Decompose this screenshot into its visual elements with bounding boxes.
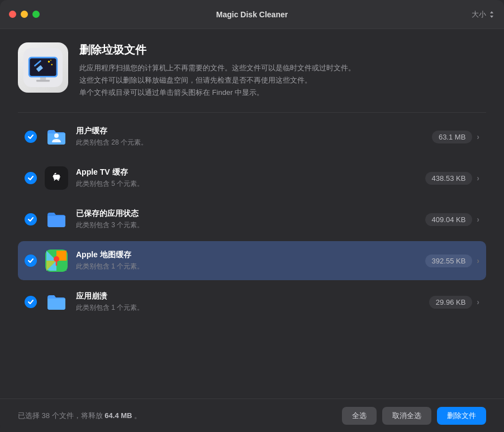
item-icon-folder (45, 125, 68, 148)
item-text: 已保存的应用状态 此类别包含 3 个元素。 (76, 209, 425, 230)
app-icon-svg (23, 48, 63, 87)
item-text: 用户缓存 此类别包含 28 个元素。 (76, 126, 432, 147)
sort-arrows-icon (488, 10, 495, 19)
item-text: Apple TV 缓存 此类别包含 5 个元素。 (76, 167, 425, 189)
check-circle[interactable] (25, 255, 37, 267)
item-name: Apple TV 缓存 (76, 167, 425, 177)
folder-icon (45, 291, 68, 313)
traffic-lights (9, 11, 40, 18)
check-circle[interactable] (25, 296, 37, 308)
size-badge: 29.96 KB (429, 296, 473, 309)
item-icon-appletv: TV (45, 166, 68, 190)
svg-point-9 (50, 60, 51, 61)
chevron-right-icon[interactable]: › (477, 297, 479, 306)
select-all-button[interactable]: 全选 (342, 407, 377, 425)
check-icon (27, 175, 34, 181)
item-subtitle: 此类别包含 1 个元素。 (76, 262, 425, 271)
footer: 已选择 38 个文件，将释放 64.4 MB 。 全选 取消全选 删除文件 (0, 399, 504, 432)
app-icon (18, 42, 68, 93)
check-circle[interactable] (25, 213, 37, 225)
minimize-button[interactable] (21, 11, 28, 18)
item-size: 409.04 KB › (425, 213, 479, 226)
footer-status: 已选择 38 个文件，将释放 64.4 MB 。 (18, 411, 141, 421)
item-icon-folder (45, 208, 68, 231)
item-icon-folder (45, 290, 68, 314)
svg-point-10 (54, 133, 59, 138)
deselect-all-button[interactable]: 取消全选 (382, 407, 431, 425)
main-content: 删除垃圾文件 此应用程序扫描您的计算机上不再需要的文件。这些文件可以是临时文件或… (0, 29, 504, 321)
check-icon (27, 299, 34, 305)
size-badge: 392.55 KB (425, 255, 473, 267)
svg-marker-18 (56, 261, 66, 271)
size-badge: 63.1 MB (432, 131, 472, 143)
list-item[interactable]: TV Apple TV 缓存 此类别包含 5 个元素。 438.53 KB › (18, 159, 486, 198)
item-size: 438.53 KB › (425, 172, 479, 185)
item-subtitle: 此类别包含 1 个元素。 (76, 303, 429, 313)
check-circle[interactable] (25, 131, 37, 143)
window-title: Magic Disk Cleaner (216, 10, 288, 19)
svg-point-8 (51, 64, 53, 65)
chevron-right-icon[interactable]: › (477, 215, 479, 224)
check-icon (27, 216, 34, 223)
list-item[interactable]: 用户缓存 此类别包含 28 个元素。 63.1 MB › (18, 117, 486, 156)
chevron-right-icon[interactable]: › (477, 174, 479, 183)
size-badge: 409.04 KB (425, 213, 473, 226)
size-badge: 438.53 KB (425, 172, 473, 185)
close-button[interactable] (9, 11, 16, 18)
folder-icon (45, 208, 68, 231)
list-item[interactable]: Apple 地图缓存 此类别包含 1 个元素。 392.55 KB › (18, 241, 486, 280)
item-name: 已保存的应用状态 (76, 209, 425, 219)
header-title: 删除垃圾文件 (79, 42, 355, 57)
header-description: 此应用程序扫描您的计算机上不再需要的文件。这些文件可以是临时文件或过时文件。 这… (79, 62, 355, 99)
item-icon-maps (45, 249, 68, 272)
maximize-button[interactable] (32, 11, 40, 18)
svg-rect-4 (30, 58, 56, 76)
list-item[interactable]: 应用崩溃 此类别包含 1 个元素。 29.96 KB › (18, 282, 486, 321)
item-text: 应用崩溃 此类别包含 1 个元素。 (76, 291, 429, 313)
item-name: Apple 地图缓存 (76, 250, 425, 260)
items-list: 用户缓存 此类别包含 28 个元素。 63.1 MB › (18, 117, 486, 321)
list-item[interactable]: 已保存的应用状态 此类别包含 3 个元素。 409.04 KB › (18, 200, 486, 239)
footer-buttons: 全选 取消全选 删除文件 (342, 407, 486, 425)
item-size: 392.55 KB › (425, 255, 479, 267)
chevron-right-icon[interactable]: › (477, 256, 479, 265)
check-circle[interactable] (25, 172, 37, 184)
item-subtitle: 此类别包含 3 个元素。 (76, 220, 425, 230)
check-icon (27, 257, 34, 264)
item-subtitle: 此类别包含 5 个元素。 (76, 179, 425, 189)
app-header: 删除垃圾文件 此应用程序扫描您的计算机上不再需要的文件。这些文件可以是临时文件或… (18, 42, 486, 113)
svg-rect-2 (36, 80, 50, 82)
item-size: 29.96 KB › (429, 296, 479, 309)
sort-control[interactable]: 大小 (472, 9, 495, 20)
maps-icon (45, 249, 68, 272)
sort-label: 大小 (472, 9, 486, 20)
chevron-right-icon[interactable]: › (477, 132, 479, 141)
item-size: 63.1 MB › (432, 131, 479, 143)
item-subtitle: 此类别包含 28 个元素。 (76, 138, 432, 147)
delete-files-button[interactable]: 删除文件 (437, 407, 486, 425)
item-name: 应用崩溃 (76, 291, 429, 301)
app-header-text: 删除垃圾文件 此应用程序扫描您的计算机上不再需要的文件。这些文件可以是临时文件或… (79, 42, 355, 99)
svg-point-7 (48, 61, 50, 63)
check-icon (27, 133, 34, 140)
item-name: 用户缓存 (76, 126, 432, 136)
folder-icon (45, 126, 68, 148)
appletv-icon: TV (45, 167, 68, 189)
item-text: Apple 地图缓存 此类别包含 1 个元素。 (76, 250, 425, 271)
svg-point-20 (54, 256, 59, 262)
titlebar: Magic Disk Cleaner 大小 (0, 0, 504, 29)
